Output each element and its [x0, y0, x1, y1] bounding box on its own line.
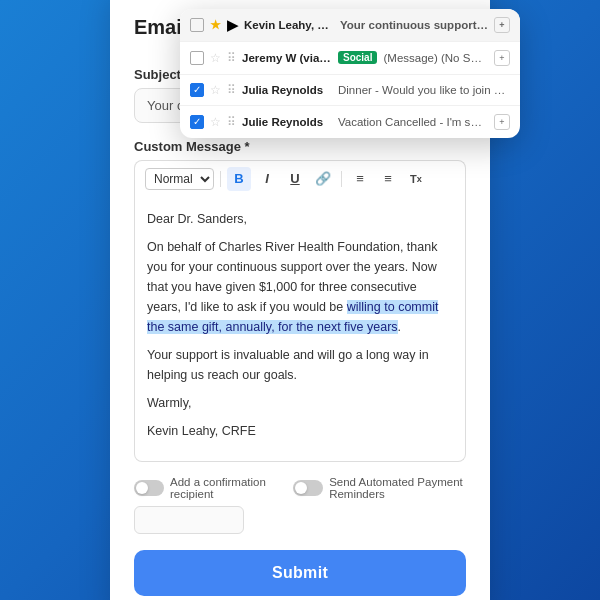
confirmation-toggle-label: Add a confirmation recipient [170, 476, 269, 500]
gmail-subject-1: Your continuous support of Charles River… [340, 19, 488, 31]
gmail-social-badge-2: Social [338, 51, 377, 64]
submit-button[interactable]: Submit [134, 550, 466, 596]
confirmation-toggle[interactable] [134, 480, 164, 496]
gmail-label-icon-1: ▶ [227, 17, 238, 33]
toolbar-divider-2 [341, 171, 342, 187]
gmail-subject-3: Dinner - Would you like to join us for d… [338, 84, 510, 96]
gmail-drag-2: ⠿ [227, 51, 236, 65]
unordered-list-button[interactable]: ≡ [376, 167, 400, 191]
gmail-expand-1[interactable]: + [494, 17, 510, 33]
confirmation-input[interactable] [134, 506, 244, 534]
italic-button[interactable]: I [255, 167, 279, 191]
gmail-subject-4: Vacation Cancelled - I'm sure you... [338, 116, 488, 128]
message-closing: Warmly, [147, 393, 453, 413]
gmail-drag-3: ⠿ [227, 83, 236, 97]
gmail-star-1[interactable]: ★ [210, 18, 221, 32]
gmail-checkbox-3[interactable]: ✓ [190, 83, 204, 97]
gmail-star-3[interactable]: ☆ [210, 83, 221, 97]
gmail-star-4[interactable]: ☆ [210, 115, 221, 129]
gmail-checkbox-2[interactable] [190, 51, 204, 65]
gmail-expand-2[interactable]: + [494, 50, 510, 66]
message-paragraph2: Your support is invaluable and will go a… [147, 345, 453, 385]
message-paragraph1: On behalf of Charles River Health Founda… [147, 237, 453, 337]
custom-message-label: Custom Message * [134, 139, 466, 154]
gmail-sender-1: Kevin Leahy, CFRE [244, 19, 334, 31]
gmail-overlay: ★ ▶ Kevin Leahy, CFRE Your continuous su… [180, 9, 520, 138]
gmail-expand-4[interactable]: + [494, 114, 510, 130]
ordered-list-button[interactable]: ≡ [348, 167, 372, 191]
email-content-card: ★ ▶ Kevin Leahy, CFRE Your continuous su… [110, 0, 490, 600]
bold-button[interactable]: B [227, 167, 251, 191]
underline-button[interactable]: U [283, 167, 307, 191]
message-greeting: Dear Dr. Sanders, [147, 209, 453, 229]
gmail-row-1[interactable]: ★ ▶ Kevin Leahy, CFRE Your continuous su… [180, 9, 520, 42]
confirmation-toggle-group: Add a confirmation recipient [134, 476, 269, 500]
gmail-sender-4: Julie Reynolds [242, 116, 332, 128]
message-toolbar: Normal B I U 🔗 ≡ ≡ Tx [134, 160, 466, 197]
link-button[interactable]: 🔗 [311, 167, 335, 191]
format-select[interactable]: Normal [145, 168, 214, 190]
message-signature: Kevin Leahy, CRFE [147, 421, 453, 441]
gmail-checkbox-1[interactable] [190, 18, 204, 32]
gmail-drag-4: ⠿ [227, 115, 236, 129]
gmail-row-3[interactable]: ✓ ☆ ⠿ Julia Reynolds Dinner - Would you … [180, 75, 520, 106]
gmail-row-2[interactable]: ☆ ⠿ Jeremy W (via Nextdoor) Social (Mess… [180, 42, 520, 75]
clear-format-button[interactable]: Tx [404, 167, 428, 191]
toggles-row: Add a confirmation recipient Send Automa… [134, 476, 466, 500]
reminders-toggle[interactable] [293, 480, 323, 496]
gmail-row-4[interactable]: ✓ ☆ ⠿ Julie Reynolds Vacation Cancelled … [180, 106, 520, 138]
message-area[interactable]: Dear Dr. Sanders, On behalf of Charles R… [134, 197, 466, 462]
gmail-subject-2: (Message) (No Subject) - ... [383, 52, 488, 64]
gmail-sender-3: Julia Reynolds [242, 84, 332, 96]
gmail-sender-2: Jeremy W (via Nextdoor) [242, 52, 332, 64]
toolbar-divider-1 [220, 171, 221, 187]
reminders-toggle-label: Send Automated Payment Reminders [329, 476, 466, 500]
gmail-checkbox-4[interactable]: ✓ [190, 115, 204, 129]
reminders-toggle-group: Send Automated Payment Reminders [293, 476, 466, 500]
gmail-star-2[interactable]: ☆ [210, 51, 221, 65]
